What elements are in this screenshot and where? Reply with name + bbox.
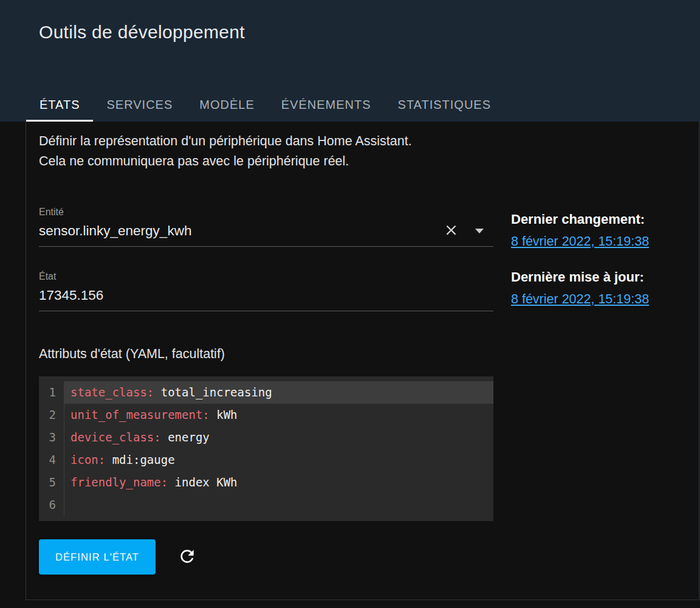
line-number: 3 [39,426,64,449]
refresh-button[interactable] [177,547,197,568]
yaml-key: unit_of_measurement: [70,408,210,421]
tab-evenements[interactable]: ÉVÉNEMENTS [268,90,385,122]
clear-entity-button[interactable] [443,222,459,240]
entity-field: Entité [39,207,493,247]
tab-bar: ÉTATS SERVICES MODÈLE ÉVÉNEMENTS STATIST… [26,90,504,122]
line-number: 4 [39,449,64,471]
tab-services-label: SERVICES [106,98,173,112]
entity-label: Entité [39,207,493,218]
yaml-line[interactable]: 5 friendly_name: index KWh [39,471,493,494]
description-line-2: Cela ne communiquera pas avec le périphé… [39,151,493,171]
last-updated-label: Dernière mise à jour: [511,269,700,285]
tab-etats[interactable]: ÉTATS [26,90,93,122]
entity-input[interactable] [39,221,443,241]
yaml-code: unit_of_measurement: kWh [64,404,493,426]
yaml-value: total_increasing [154,385,272,399]
actions-row: DÉFINIR L'ÉTAT [39,539,493,575]
tab-evenements-label: ÉVÉNEMENTS [281,98,371,112]
state-input[interactable] [39,286,493,305]
yaml-line[interactable]: 3 device_class: energy [39,426,493,449]
last-changed-group: Dernier changement: 8 février 2022, 15:1… [511,212,700,249]
yaml-code: friendly_name: index KWh [64,471,493,494]
yaml-key: icon: [70,453,105,466]
yaml-line[interactable]: 4 icon: mdi:gauge [39,449,493,471]
description-line-1: Définir la représentation d'un périphéri… [39,131,493,151]
page-title: Outils de développement [39,22,245,43]
yaml-key: friendly_name: [70,475,168,489]
yaml-editor[interactable]: 1 state_class: total_increasing 2 unit_o… [39,376,493,521]
tab-modele[interactable]: MODÈLE [186,90,267,122]
last-updated-link[interactable]: 8 février 2022, 15:19:38 [511,292,649,306]
last-updated-group: Dernière mise à jour: 8 février 2022, 15… [511,269,700,307]
attributes-label: Attributs d'état (YAML, facultatif) [39,347,493,362]
tab-modele-label: MODÈLE [199,98,254,112]
yaml-line[interactable]: 1 state_class: total_increasing [39,381,493,404]
yaml-code: device_class: energy [64,426,493,449]
tab-services[interactable]: SERVICES [93,90,186,122]
last-changed-link[interactable]: 8 février 2022, 15:19:38 [511,234,649,249]
description: Définir la représentation d'un périphéri… [39,131,493,171]
state-field: État [39,271,493,311]
yaml-key: state_class: [70,385,154,399]
last-changed-label: Dernier changement: [511,212,700,227]
app-header: Outils de développement ÉTATS SERVICES M… [0,0,700,122]
yaml-key: device_class: [70,430,161,444]
refresh-icon [177,547,197,568]
set-state-button[interactable]: DÉFINIR L'ÉTAT [39,539,156,575]
content-card: Définir la représentation d'un périphéri… [26,122,699,600]
close-icon [443,222,459,240]
entity-input-row [39,221,493,247]
tab-etats-label: ÉTATS [39,98,80,112]
form-column: Définir la représentation d'un périphéri… [39,131,493,575]
tab-statistiques-label: STATISTIQUES [398,98,492,112]
yaml-value: mdi:gauge [105,453,174,466]
entity-meta: Dernier changement: 8 février 2022, 15:1… [511,212,700,307]
state-input-row [39,286,493,311]
tab-statistiques[interactable]: STATISTIQUES [385,90,505,122]
line-number: 2 [39,404,64,426]
yaml-code: state_class: total_increasing [64,381,493,404]
state-label: État [39,271,493,282]
yaml-code [64,494,493,516]
line-number: 5 [39,471,64,494]
chevron-down-icon [475,229,484,233]
yaml-line[interactable]: 2 unit_of_measurement: kWh [39,404,493,426]
yaml-value: index KWh [168,475,237,489]
yaml-value: kWh [210,408,238,421]
line-number: 6 [39,494,64,516]
yaml-code: icon: mdi:gauge [64,449,493,471]
entity-dropdown-button[interactable] [475,229,493,233]
line-number: 1 [39,381,64,404]
yaml-line[interactable]: 6 [39,494,493,516]
yaml-value: energy [161,430,210,444]
